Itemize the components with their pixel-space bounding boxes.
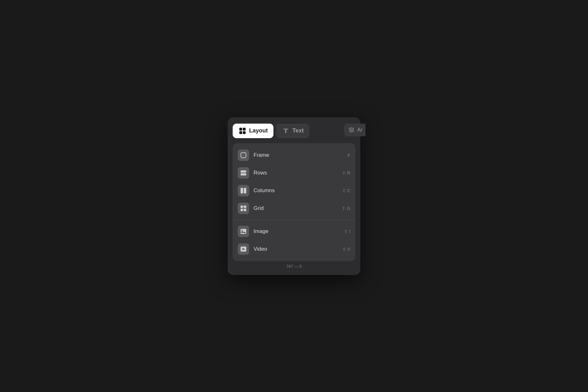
image-label: Image (254, 228, 340, 235)
partial-tab-ar[interactable]: Ar (344, 124, 365, 136)
svg-rect-5 (285, 129, 286, 133)
tab-layout[interactable]: Layout (233, 124, 273, 138)
layout-dropdown: Frame F Rows ⇧ R (233, 143, 355, 261)
menu-item-image[interactable]: Image ⇧ I (233, 223, 355, 240)
frame-label: Frame (254, 152, 343, 158)
status-bar: 767 — 0 (233, 261, 355, 270)
menu-item-video[interactable]: Video ⇧ V (233, 240, 355, 258)
tab-bar: Layout Text Ar (233, 124, 355, 138)
menu-item-grid[interactable]: Grid ⇧ G (233, 199, 355, 217)
svg-rect-14 (241, 209, 243, 211)
svg-rect-12 (241, 205, 243, 208)
video-icon (238, 243, 249, 255)
svg-rect-11 (244, 188, 246, 193)
svg-rect-15 (244, 209, 246, 211)
svg-rect-8 (241, 170, 246, 173)
svg-rect-3 (243, 131, 246, 134)
layout-icon (238, 127, 247, 135)
svg-rect-10 (241, 188, 243, 193)
stack-icon (348, 127, 355, 133)
columns-label: Columns (254, 187, 338, 194)
svg-point-17 (242, 230, 243, 231)
menu-section-layout: Frame F Rows ⇧ R (233, 145, 355, 218)
menu-section-media: Image ⇧ I Video ⇧ V (233, 220, 355, 259)
columns-icon (238, 185, 249, 196)
image-icon (238, 226, 249, 237)
svg-point-6 (349, 128, 354, 129)
svg-rect-1 (243, 128, 246, 131)
grid-icon (238, 203, 249, 214)
partial-tab-label: Ar (357, 127, 362, 133)
svg-rect-7 (241, 153, 246, 158)
text-icon (282, 127, 290, 135)
svg-rect-2 (239, 131, 242, 134)
status-text: 767 — 0 (286, 264, 302, 269)
tab-layout-label: Layout (249, 127, 268, 134)
main-container: Layout Text Ar (228, 117, 360, 275)
frame-shortcut: F (347, 153, 350, 158)
menu-item-frame[interactable]: Frame F (233, 146, 355, 164)
tab-text-label: Text (292, 127, 304, 134)
image-shortcut: ⇧ I (344, 229, 350, 234)
tab-text[interactable]: Text (276, 124, 309, 138)
svg-rect-0 (239, 128, 242, 131)
grid-label: Grid (254, 205, 337, 211)
grid-shortcut: ⇧ G (342, 206, 350, 211)
frame-icon (238, 150, 249, 161)
rows-icon (238, 167, 249, 179)
svg-rect-13 (244, 205, 246, 208)
video-shortcut: ⇧ V (342, 247, 350, 252)
rows-label: Rows (254, 170, 338, 176)
columns-shortcut: ⇧ C (342, 188, 350, 193)
rows-shortcut: ⇧ R (342, 170, 350, 175)
video-label: Video (254, 246, 338, 252)
menu-item-rows[interactable]: Rows ⇧ R (233, 164, 355, 182)
svg-rect-9 (241, 173, 246, 175)
menu-item-columns[interactable]: Columns ⇧ C (233, 182, 355, 199)
